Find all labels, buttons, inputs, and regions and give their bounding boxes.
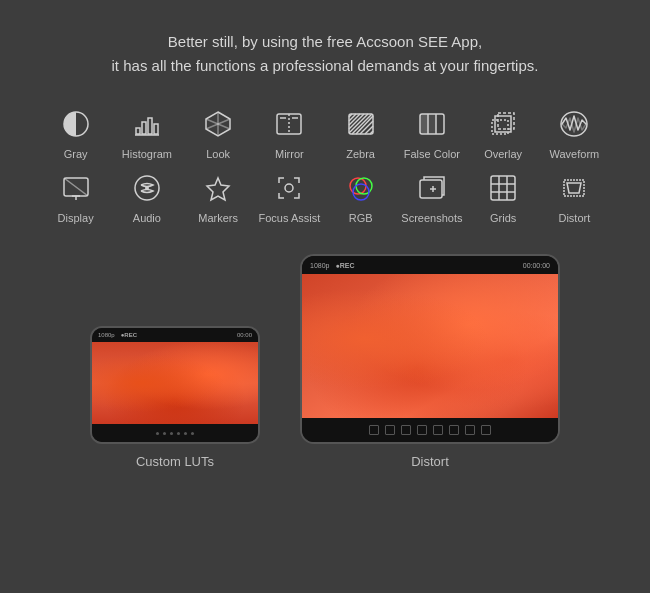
- tablet-bottom-bar: [302, 418, 558, 442]
- icon-row-1: Gray Histogram: [40, 106, 610, 160]
- icon-item-display[interactable]: Display: [40, 170, 111, 224]
- main-container: Better still, by using the free Accsoon …: [0, 0, 650, 593]
- screenshots-icon: [414, 170, 450, 206]
- gray-icon: [58, 106, 94, 142]
- mirror-icon: [271, 106, 307, 142]
- display-icon: [58, 170, 94, 206]
- headline-line2: it has all the functions a professional …: [112, 57, 539, 74]
- phone-dot-4: [177, 432, 180, 435]
- mirror-label: Mirror: [275, 148, 304, 160]
- icon-item-focus-assist[interactable]: Focus Assist: [254, 170, 325, 224]
- phone-rec: ●REC: [121, 332, 137, 338]
- headline-text: Better still, by using the free Accsoon …: [112, 30, 539, 78]
- tablet-ctrl-8: [481, 425, 491, 435]
- tablet-ctrl-4: [417, 425, 427, 435]
- svg-rect-22: [420, 114, 428, 134]
- icon-item-false-color[interactable]: False Color: [396, 106, 467, 160]
- phone-label: Custom LUTs: [136, 454, 214, 469]
- display-label: Display: [58, 212, 94, 224]
- svg-rect-1: [136, 128, 140, 134]
- histogram-label: Histogram: [122, 148, 172, 160]
- tablet-ctrl-1: [369, 425, 379, 435]
- icon-item-mirror[interactable]: Mirror: [254, 106, 325, 160]
- false-color-label: False Color: [404, 148, 460, 160]
- rgb-icon: [343, 170, 379, 206]
- screenshots-label: Screenshots: [401, 212, 462, 224]
- focus-assist-icon: [271, 170, 307, 206]
- waveform-label: Waveform: [550, 148, 600, 160]
- tablet-ctrl-7: [465, 425, 475, 435]
- zebra-label: Zebra: [346, 148, 375, 160]
- grids-icon: [485, 170, 521, 206]
- icon-item-grids[interactable]: Grids: [468, 170, 539, 224]
- icon-item-histogram[interactable]: Histogram: [111, 106, 182, 160]
- icon-item-look[interactable]: Look: [183, 106, 254, 160]
- distort-label: Distort: [558, 212, 590, 224]
- svg-rect-2: [142, 122, 146, 134]
- distort-icon: [556, 170, 592, 206]
- svg-point-36: [353, 184, 369, 200]
- phone-wrapper: 1080p ●REC 00:00 Custom LUTs: [90, 326, 260, 469]
- phone-dot-3: [170, 432, 173, 435]
- tablet-ctrl-5: [433, 425, 443, 435]
- phone-time: 00:00: [237, 332, 252, 338]
- gray-label: Gray: [64, 148, 88, 160]
- tablet-ctrl-6: [449, 425, 459, 435]
- phone-device: 1080p ●REC 00:00: [90, 326, 260, 444]
- icon-item-gray[interactable]: Gray: [40, 106, 111, 160]
- grids-label: Grids: [490, 212, 516, 224]
- audio-label: Audio: [133, 212, 161, 224]
- icon-item-overlay[interactable]: Overlay: [468, 106, 539, 160]
- svg-rect-38: [491, 176, 515, 200]
- overlay-label: Overlay: [484, 148, 522, 160]
- tablet-ctrl-2: [385, 425, 395, 435]
- svg-point-32: [145, 186, 149, 190]
- tablet-wrapper: 1080p ●REC 00:00:00 Dis: [300, 254, 560, 469]
- phone-dot-6: [191, 432, 194, 435]
- focus-assist-label: Focus Assist: [259, 212, 321, 224]
- markers-label: Markers: [198, 212, 238, 224]
- phone-bottom-bar: [92, 424, 258, 442]
- svg-rect-23: [428, 114, 436, 134]
- icon-row-2: Display Audio: [40, 170, 610, 224]
- icon-item-audio[interactable]: Audio: [111, 170, 182, 224]
- zebra-icon: [343, 106, 379, 142]
- devices-row: 1080p ●REC 00:00 Custom LUTs: [40, 254, 610, 469]
- rgb-label: RGB: [349, 212, 373, 224]
- icons-grid: Gray Histogram: [40, 106, 610, 224]
- headline-line1: Better still, by using the free Accsoon …: [168, 33, 482, 50]
- tablet-device: 1080p ●REC 00:00:00: [300, 254, 560, 444]
- tablet-ctrl-3: [401, 425, 411, 435]
- tablet-screen: [302, 274, 558, 418]
- icon-item-waveform[interactable]: Waveform: [539, 106, 610, 160]
- svg-rect-3: [148, 118, 152, 134]
- phone-dot-2: [163, 432, 166, 435]
- icon-item-distort[interactable]: Distort: [539, 170, 610, 224]
- tablet-res: 1080p: [310, 262, 329, 269]
- svg-rect-4: [154, 124, 158, 134]
- phone-dot-5: [184, 432, 187, 435]
- phone-screen: [92, 342, 258, 424]
- overlay-icon: [485, 106, 521, 142]
- audio-icon: [129, 170, 165, 206]
- phone-info: 1080p: [98, 332, 115, 338]
- svg-line-30: [64, 178, 88, 196]
- icon-item-screenshots[interactable]: Screenshots: [396, 170, 467, 224]
- phone-dot-1: [156, 432, 159, 435]
- look-label: Look: [206, 148, 230, 160]
- icon-item-zebra[interactable]: Zebra: [325, 106, 396, 160]
- tablet-top-bar: 1080p ●REC 00:00:00: [302, 256, 558, 274]
- phone-top-bar: 1080p ●REC 00:00: [92, 328, 258, 342]
- markers-icon: [200, 170, 236, 206]
- tablet-label: Distort: [411, 454, 449, 469]
- histogram-icon: [129, 106, 165, 142]
- false-color-icon: [414, 106, 450, 142]
- tablet-time: 00:00:00: [523, 262, 550, 269]
- svg-point-33: [285, 184, 293, 192]
- waveform-icon: [556, 106, 592, 142]
- svg-line-14: [349, 114, 364, 129]
- look-icon: [200, 106, 236, 142]
- icon-item-markers[interactable]: Markers: [183, 170, 254, 224]
- tablet-rec: ●REC: [335, 262, 354, 269]
- icon-item-rgb[interactable]: RGB: [325, 170, 396, 224]
